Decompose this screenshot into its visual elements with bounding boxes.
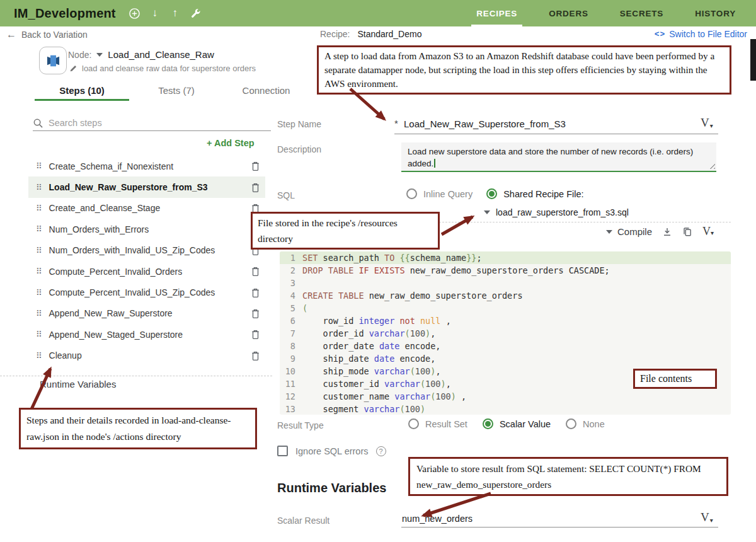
radio-icon[interactable] — [486, 188, 497, 199]
drag-handle-icon[interactable]: ⠿ — [36, 246, 42, 255]
variable-insert-icon[interactable]: V▾ — [702, 225, 714, 238]
drag-handle-icon[interactable]: ⠿ — [36, 288, 42, 297]
wrench-icon[interactable] — [189, 7, 202, 20]
code-line-1: 1SET search_path TO {{schema_name}}; — [280, 251, 731, 264]
description-textarea[interactable]: Load new superstore data and store the n… — [401, 142, 716, 172]
drag-handle-icon[interactable]: ⠿ — [36, 351, 42, 360]
code-line-8: 8 order_date date encode, — [280, 340, 731, 352]
download-file-icon[interactable] — [662, 227, 672, 237]
scalar-result-value[interactable]: num_new_orders — [402, 514, 472, 524]
delete-step-icon[interactable] — [251, 287, 260, 298]
arrow-to-shared-file — [442, 217, 472, 234]
step-name-text: Create_and_Cleanse_Stage — [49, 203, 161, 213]
step-row-append-new-raw-superstore[interactable]: ⠿Append_New_Raw_Superstore — [28, 303, 265, 324]
delete-step-icon[interactable] — [251, 329, 260, 340]
edit-pencil-icon — [69, 64, 77, 72]
radio-icon[interactable] — [566, 418, 576, 429]
required-asterisk: * — [394, 118, 398, 129]
scrollbar-thumb[interactable] — [750, 39, 756, 81]
delete-step-icon[interactable] — [251, 182, 260, 193]
sql-code-viewer[interactable]: 1SET search_path TO {{schema_name}};2DRO… — [280, 251, 731, 415]
step-name-text: Append_New_Staged_Superstore — [49, 330, 183, 340]
step-name-text: Num_Orders_with_Errors — [49, 224, 149, 234]
drag-handle-icon[interactable]: ⠿ — [36, 330, 42, 339]
code-line-13: 13 segment varchar(100) — [280, 403, 731, 415]
radio-result-none[interactable]: None — [566, 418, 605, 429]
step-row-cleanup[interactable]: ⠿Cleanup — [28, 345, 265, 366]
shared-file-dropdown[interactable]: load_raw_superstore_from_s3.sql — [484, 207, 629, 217]
nav-secrets[interactable]: SECRETS — [611, 0, 672, 26]
radio-result-result-set[interactable]: Result Set — [408, 418, 467, 429]
drag-handle-icon[interactable]: ⠿ — [36, 161, 42, 171]
variable-insert-icon[interactable]: V▾ — [701, 116, 713, 130]
help-icon[interactable]: ? — [376, 446, 386, 456]
step-row-compute-percent-invalid-orders[interactable]: ⠿Compute_Percent_Invalid_Orders — [28, 261, 265, 282]
step-row-num-orders-with-invalid-us-zip-codes[interactable]: ⠿Num_Orders_with_Invalid_US_Zip_Codes — [28, 240, 265, 261]
drag-handle-icon[interactable]: ⠿ — [36, 224, 42, 234]
tab-steps-10[interactable]: Steps (10) — [35, 83, 129, 101]
delete-step-icon[interactable] — [251, 266, 260, 277]
ignore-sql-errors-checkbox[interactable] — [277, 446, 288, 456]
drag-handle-icon[interactable]: ⠿ — [36, 183, 42, 192]
radio-icon[interactable] — [408, 418, 419, 429]
runtime-variables-section-label: Runtime Variables — [40, 379, 116, 389]
compile-button[interactable]: Compile — [606, 226, 652, 237]
code-line-5: 5( — [280, 302, 731, 314]
node-name[interactable]: Load_and_Cleanse_Raw — [108, 49, 214, 60]
node-description: load and cleanse raw data for superstore… — [82, 64, 256, 73]
description-value: Load new superstore data and store the n… — [408, 147, 693, 168]
sql-source-radio-group: Inline QueryShared Recipe File: — [406, 188, 584, 199]
search-steps-field[interactable] — [33, 115, 271, 131]
step-name-text: Load_New_Raw_Superstore_from_S3 — [49, 182, 208, 192]
add-circle-icon[interactable] — [129, 7, 141, 20]
radio-sql-inline-query[interactable]: Inline Query — [406, 188, 472, 199]
drag-handle-icon[interactable]: ⠿ — [36, 204, 42, 213]
resize-handle[interactable] — [709, 163, 715, 169]
step-row-compute-percent-invalid-us-zip-codes[interactable]: ⠿Compute_Percent_Invalid_US_Zip_Codes — [28, 282, 265, 303]
upload-arrow-icon[interactable]: ↑ — [169, 7, 181, 20]
step-row-create-schema-if-nonexistent[interactable]: ⠿Create_Schema_if_Nonexistent — [28, 156, 265, 176]
sql-label: SQL — [277, 190, 295, 200]
search-input[interactable] — [49, 118, 238, 128]
download-arrow-icon[interactable]: ↓ — [149, 7, 161, 20]
add-step-button[interactable]: + Add Step — [207, 138, 255, 148]
step-name-text: Compute_Percent_Invalid_Orders — [49, 267, 183, 277]
line-number: 1 — [280, 251, 302, 264]
radio-icon[interactable] — [406, 188, 417, 199]
ignore-sql-errors-row[interactable]: Ignore SQL errors ? — [277, 446, 386, 456]
delete-step-icon[interactable] — [251, 308, 260, 319]
variable-insert-icon[interactable]: V▾ — [701, 510, 713, 524]
step-row-create-and-cleanse-stage[interactable]: ⠿Create_and_Cleanse_Stage — [28, 198, 265, 219]
nav-history[interactable]: HISTORY — [686, 0, 745, 26]
node-dropdown-icon[interactable] — [96, 53, 103, 57]
drag-handle-icon[interactable]: ⠿ — [36, 267, 42, 276]
step-name-value[interactable]: Load_New_Raw_Superstore_from_S3 — [404, 118, 566, 129]
line-number: 2 — [280, 264, 302, 277]
tab-tests-7[interactable]: Tests (7) — [129, 83, 224, 101]
step-row-load-new-raw-superstore-from-s3[interactable]: ⠿Load_New_Raw_Superstore_from_S3 — [28, 176, 265, 197]
step-name-underline — [394, 134, 718, 134]
steps-list: ⠿Create_Schema_if_Nonexistent⠿Load_New_R… — [28, 156, 265, 366]
back-link[interactable]: ← Back to Variation — [6, 29, 88, 40]
copy-icon[interactable] — [682, 227, 692, 237]
nav-recipes[interactable]: RECIPES — [467, 0, 526, 26]
arrow-to-scalar-result — [423, 493, 491, 516]
radio-sql-shared-recipe-file[interactable]: Shared Recipe File: — [486, 188, 583, 199]
radio-icon[interactable] — [483, 418, 493, 429]
step-row-num-orders-with-errors[interactable]: ⠿Num_Orders_with_Errors — [28, 219, 265, 239]
annotation-variable-note: Variable to store result from SQL statem… — [408, 457, 728, 496]
tab-connection[interactable]: Connection — [224, 83, 309, 101]
radio-result-scalar-value[interactable]: Scalar Value — [483, 418, 551, 429]
step-row-append-new-staged-superstore[interactable]: ⠿Append_New_Staged_Superstore — [28, 324, 265, 345]
delete-step-icon[interactable] — [251, 161, 260, 171]
compile-dropdown-icon[interactable] — [606, 230, 612, 234]
back-arrow-icon: ← — [6, 29, 16, 40]
delete-step-icon[interactable] — [251, 350, 260, 361]
drag-handle-icon[interactable]: ⠿ — [36, 309, 42, 318]
line-number: 11 — [280, 378, 302, 390]
switch-file-editor-link[interactable]: <> Switch to File Editor — [655, 29, 747, 39]
shared-file-name: load_raw_superstore_from_s3.sql — [496, 207, 629, 217]
step-name-text: Create_Schema_if_Nonexistent — [49, 161, 174, 171]
nav-orders[interactable]: ORDERS — [540, 0, 597, 26]
line-number: 9 — [280, 352, 302, 365]
